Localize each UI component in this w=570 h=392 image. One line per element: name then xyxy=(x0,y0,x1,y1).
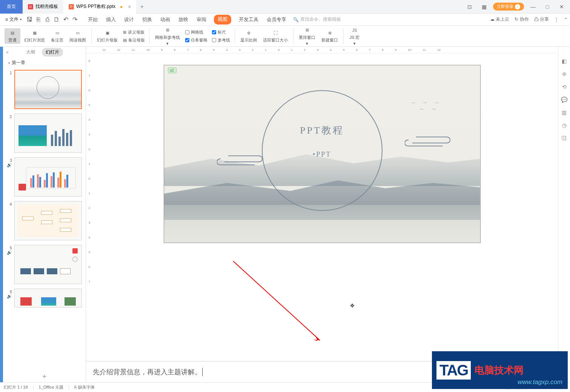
ruler-horizontal: 131211109876543210123456789101112 xyxy=(86,47,558,54)
slide-canvas[interactable]: a1 ︵ ︵ ︵ ︵ ︵ PPT教程 •PPT xyxy=(164,65,481,243)
zoom-icon: ⊛ xyxy=(245,29,252,37)
thumb-5[interactable]: 5🔊 xyxy=(7,245,82,284)
taskpane-checkbox[interactable]: 任务窗格 xyxy=(184,37,209,44)
zoom-button[interactable]: ⊛ 显示比例 xyxy=(238,28,259,44)
collapse-ribbon-icon[interactable]: ⌃ xyxy=(564,17,568,22)
thumbnail-panel: « 大纲 幻灯片 ▾ 第一章 1 2 xyxy=(3,47,86,382)
command-search[interactable]: 🔍 查找命令、搜索模板 xyxy=(293,16,341,23)
layout-icon[interactable]: ⊡ xyxy=(464,4,475,10)
side-export-icon[interactable]: ⿻ xyxy=(562,135,567,141)
reading-icon: ▭ xyxy=(74,29,81,37)
maximize-button[interactable]: □ xyxy=(542,4,553,10)
titlebar: 首页 D 找稻壳模板 P WPS PPT教程.pptx ● × + ⊡ ▦ 立即… xyxy=(0,0,570,14)
thumb-2[interactable]: 2 xyxy=(7,114,82,153)
save-icon[interactable]: 🖫 xyxy=(25,15,34,24)
thumb-6[interactable]: 6🔊 xyxy=(7,289,82,307)
js-macro-button[interactable]: JS JS 宏▾ xyxy=(347,26,363,47)
redo-icon[interactable]: ↷ xyxy=(71,15,79,24)
ribbon: ▤ 普通 ▦ 幻灯片浏览 ▭ 备注页 ▭ 阅读视图 ▣ 幻灯片母版 ⊞ 讲义母版… xyxy=(0,26,570,47)
slide-title[interactable]: PPT教程 xyxy=(300,124,344,137)
more-icon[interactable]: ⋮ xyxy=(554,17,559,22)
share-button[interactable]: 凸 分享 xyxy=(534,16,549,23)
side-settings-icon[interactable]: ⊚ xyxy=(562,71,567,77)
file-menu[interactable]: ≡ 文件 ▾ xyxy=(2,15,25,24)
fit-window-button[interactable]: ⛶ 适应窗口大小 xyxy=(261,28,290,44)
slide-subtitle[interactable]: •PPT xyxy=(313,151,331,158)
left-accent-strip xyxy=(0,47,3,382)
user-icon: ♀ xyxy=(515,4,520,9)
tab-member[interactable]: 会员专享 xyxy=(266,15,287,25)
tab-transition[interactable]: 切换 xyxy=(141,15,153,25)
theme-name: 1_Office 主题 xyxy=(39,384,64,390)
tab-design[interactable]: 设计 xyxy=(123,15,135,25)
missing-font[interactable]: ⎘ 缺失字体 xyxy=(74,384,95,390)
main-area: « 大纲 幻灯片 ▾ 第一章 1 2 xyxy=(0,47,570,382)
tab-home[interactable]: 首页 xyxy=(0,0,23,14)
view-normal-button[interactable]: ▤ 普通 xyxy=(5,28,20,44)
ruler-checkbox[interactable]: 标尺 xyxy=(210,29,232,36)
close-tab-icon[interactable]: × xyxy=(128,4,131,10)
slides-tab[interactable]: 幻灯片 xyxy=(42,48,63,57)
print-icon[interactable]: ⎙ xyxy=(43,15,52,24)
tab-doke[interactable]: D 找稻壳模板 xyxy=(23,0,63,14)
cloud-decoration-1 xyxy=(217,155,266,162)
tag-cn: 电脑技术网 xyxy=(475,364,524,377)
tag-logo: TAG xyxy=(436,361,471,380)
tab-view[interactable]: 视图 xyxy=(214,15,231,25)
tag-watermark: TAG 电脑技术网 www.tagxp.com xyxy=(432,351,568,389)
move-cursor-icon: ✥ xyxy=(350,303,355,309)
coop-button[interactable]: ↻ 协作 xyxy=(515,16,529,23)
undo-icon[interactable]: ↶ xyxy=(61,15,70,24)
menubar: ≡ 文件 ▾ 🖫 ⎘ ⎙ 🗋 ↶ ↷ 开始 插入 设计 切换 动画 放映 审阅 … xyxy=(0,14,570,26)
minimize-button[interactable]: — xyxy=(528,4,538,10)
side-adjust-icon[interactable]: ⟲ xyxy=(562,84,567,90)
tab-start[interactable]: 开始 xyxy=(87,15,98,25)
notes-icon: ▭ xyxy=(54,29,61,37)
notes-text[interactable]: 先介绍背景信息，再进入主题讲解。 xyxy=(93,367,201,377)
preview-icon[interactable]: 🗋 xyxy=(52,15,61,24)
handout-master-button[interactable]: ⊞ 讲义母版 xyxy=(121,29,146,36)
guides-checkbox[interactable]: 参考线 xyxy=(210,37,232,44)
annotation-arrow xyxy=(229,257,327,348)
collapse-panel-icon[interactable]: « xyxy=(6,49,9,55)
apps-icon[interactable]: ▦ xyxy=(479,4,489,10)
chevron-down-icon: ▾ xyxy=(20,18,22,21)
gridlines-checkbox[interactable]: 网格线 xyxy=(184,29,209,36)
login-button[interactable]: 立即登录 ♀ xyxy=(493,3,524,11)
chapter-header[interactable]: ▾ 第一章 xyxy=(3,57,86,68)
ppt-icon: P xyxy=(69,4,74,9)
tab-document[interactable]: P WPS PPT教程.pptx ● × xyxy=(63,0,136,14)
thumb-1[interactable]: 1 xyxy=(7,70,82,109)
side-style-icon[interactable]: ◧ xyxy=(562,58,567,64)
side-clock-icon[interactable]: ◷ xyxy=(562,122,567,128)
arrange-windows-button[interactable]: ⊞ 重排窗口▾ xyxy=(297,26,318,47)
add-slide-button[interactable]: + xyxy=(3,371,86,382)
thumb-3[interactable]: 3🔊 xyxy=(7,157,82,197)
tab-review[interactable]: 审阅 xyxy=(196,15,207,25)
new-window-button[interactable]: ⊕ 新建窗口 xyxy=(319,28,340,44)
cloud-status[interactable]: ☁ 未上云 xyxy=(490,16,509,23)
slide-master-button[interactable]: ▣ 幻灯片母版 xyxy=(95,28,120,44)
side-layout-icon[interactable]: ▥ xyxy=(562,109,567,115)
notes-master-button[interactable]: ▤ 备注母版 xyxy=(121,37,146,44)
svg-marker-1 xyxy=(313,336,320,341)
thumbnails-list[interactable]: 1 2 3🔊 xyxy=(3,68,86,371)
thumb-4[interactable]: 4 xyxy=(7,201,82,240)
grid-guides-button[interactable]: ⊞ 网格和参考线▾ xyxy=(153,26,182,47)
view-reading-button[interactable]: ▭ 阅读视图 xyxy=(67,28,88,44)
slide-editor: 131211109876543210123456789101112 876543… xyxy=(86,47,558,382)
tab-slideshow[interactable]: 放映 xyxy=(178,15,189,25)
view-notes-button[interactable]: ▭ 备注页 xyxy=(49,28,66,44)
close-window-button[interactable]: ✕ xyxy=(556,4,567,10)
doke-icon: D xyxy=(28,4,33,9)
tab-animation[interactable]: 动画 xyxy=(160,15,171,25)
arrange-icon: ⊞ xyxy=(303,26,311,34)
add-tab-button[interactable]: + xyxy=(136,3,147,10)
outline-tab[interactable]: 大纲 xyxy=(26,49,35,55)
tab-insert[interactable]: 插入 xyxy=(105,15,117,25)
tab-devtools[interactable]: 开发工具 xyxy=(238,15,259,25)
side-chat-icon[interactable]: 💬 xyxy=(561,97,567,103)
export-icon[interactable]: ⎘ xyxy=(34,15,43,24)
view-sorter-button[interactable]: ▦ 幻灯片浏览 xyxy=(22,28,47,44)
canvas[interactable]: a1 ︵ ︵ ︵ ︵ ︵ PPT教程 •PPT xyxy=(86,54,558,361)
